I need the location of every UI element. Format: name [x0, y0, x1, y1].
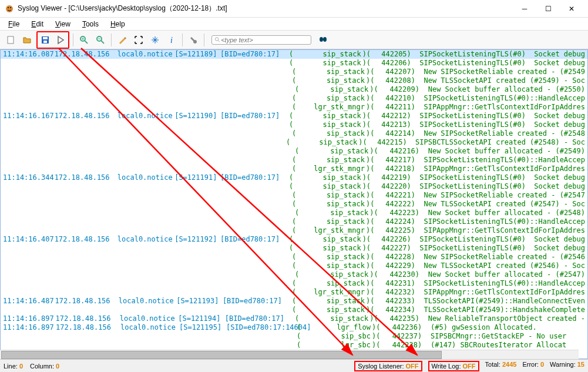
open-button[interactable]: [20, 33, 34, 47]
log-row[interactable]: (sip_stack)(442209)New Socket buffer all…: [1, 85, 587, 94]
log-ip: [55, 209, 119, 217]
log-facility: [117, 59, 174, 68]
log-module: sip_stack: [299, 50, 362, 59]
log-facility: [119, 76, 176, 85]
log-row[interactable]: 11:14:16.344172.18.48.156local0.notice[S…: [1, 173, 587, 182]
log-facility: [120, 341, 179, 350]
log-row[interactable]: (sip_stack)(442210)SIPSocketListeningTLS…: [1, 94, 587, 103]
window-title: Syslog Viewer - [C:\Users\jacky\Desktop\…: [18, 4, 513, 14]
log-row[interactable]: (sip_stack)(442207)New SIPSocketReliable…: [1, 68, 587, 76]
log-seq: [174, 182, 220, 191]
find-button[interactable]: [316, 33, 330, 47]
log-paren: (: [292, 253, 303, 262]
log-module: sip_stack: [303, 217, 366, 226]
log-row[interactable]: (lgr_stk_mngr)(442232)SIPAppMngr::GetTls…: [1, 288, 587, 297]
statusbar-total: Total: 2445: [485, 361, 517, 371]
log-paren: )(: [366, 103, 377, 112]
log-row[interactable]: (sip_stack)(442223)New Socket buffer all…: [1, 209, 587, 217]
toolbar: i: [0, 31, 588, 49]
log-paren: ): [411, 226, 419, 235]
log-bid: [218, 138, 286, 147]
log-row[interactable]: 11:14:16.897172.18.48.156local0.notice[S…: [1, 314, 587, 323]
log-facility: [119, 288, 176, 297]
log-row[interactable]: (lgr_stk_mngr)(442218)SIPAppMngr::GetTls…: [1, 165, 587, 173]
info-button[interactable]: i: [164, 33, 179, 47]
menu-edit[interactable]: Edit: [26, 19, 48, 29]
log-message: SIPSocketListeningTLS(#0) Socket debug: [415, 50, 585, 59]
log-row[interactable]: ( sip_sbc)(442237)SIPSBCMngr::GetStackEP…: [1, 332, 587, 341]
log-row[interactable]: 11:14:16.087172.18.48.156local0.notice[S…: [1, 50, 587, 59]
log-row[interactable]: (sip_stack)(442220)SIPSocketListeningTLS…: [1, 182, 587, 191]
log-row[interactable]: 11:14:16.407172.18.48.156local0.notice[S…: [1, 235, 587, 244]
log-row[interactable]: (sip_stack)(442213)SIPSocketListeningTLS…: [1, 120, 587, 129]
settings-button[interactable]: [186, 33, 200, 47]
fullscreen-button[interactable]: [132, 33, 146, 47]
log-seq: [176, 165, 223, 173]
log-row[interactable]: (sip_stack)(442216)New Socket buffer all…: [1, 147, 587, 156]
log-ip: [55, 191, 119, 200]
log-paren: ): [411, 156, 419, 165]
log-paren: )(: [369, 314, 380, 323]
log-row[interactable]: (sip_stack)(442208)New TLSSocketAPI crea…: [1, 76, 587, 85]
scrollbar-thumb[interactable]: [1, 351, 442, 359]
log-row[interactable]: (sip_stack)(442217)SIPSocketListeningTLS…: [1, 156, 587, 165]
log-facility: [119, 217, 176, 226]
menu-file[interactable]: File: [4, 19, 24, 29]
scrollbar-horizontal[interactable]: [0, 350, 579, 359]
menubar: File Edit View Tools Help: [0, 18, 588, 31]
menu-view[interactable]: View: [51, 19, 75, 29]
log-message: SIPSocketListeningTLS(#0) Socket debug: [415, 235, 585, 244]
log-area[interactable]: 11:14:16.087172.18.48.156local0.notice[S…: [0, 49, 588, 359]
log-row[interactable]: (sip_stack)(442215)SIPSBCTLSSocketAPI cr…: [1, 138, 587, 147]
log-bid: [BID=ed780:17]: [220, 112, 289, 120]
new-button[interactable]: [4, 33, 18, 47]
log-paren: (: [289, 244, 300, 253]
log-row[interactable]: (sip_stack)(442234)TLSSocketAPI(#2549)::…: [1, 306, 587, 314]
play-button[interactable]: [53, 33, 68, 47]
log-time: [3, 306, 55, 314]
log-row[interactable]: (sip_stack)(442230)New Socket buffer all…: [1, 270, 587, 279]
freeze-button[interactable]: [148, 33, 162, 47]
search-input[interactable]: [221, 36, 308, 43]
menu-tools[interactable]: Tools: [78, 19, 103, 29]
log-module: sip_sbc: [307, 332, 372, 341]
zoom-in-button[interactable]: [77, 33, 91, 47]
maximize-button[interactable]: ☐: [536, 1, 560, 17]
log-row[interactable]: 11:14:16.167172.18.48.156local0.notice[S…: [1, 112, 587, 120]
minimize-button[interactable]: ─: [513, 1, 536, 17]
log-paren: (: [286, 138, 296, 147]
save-button[interactable]: [38, 33, 52, 47]
log-row[interactable]: (lgr_stk_mngr)(442211)SIPAppMngr::GetTls…: [1, 103, 587, 112]
log-ip: 172.18.48.156: [55, 173, 117, 182]
log-module: sip_stack: [303, 191, 366, 200]
log-bid: [220, 182, 289, 191]
log-row[interactable]: (sip_stack)(442224)SIPSocketListeningTLS…: [1, 217, 587, 226]
log-linenum: 442238: [382, 341, 418, 350]
log-module: sip_stack: [303, 76, 366, 85]
close-button[interactable]: ✕: [560, 1, 583, 17]
log-row[interactable]: 11:14:16.897172.18.48.156local0.notice[S…: [1, 323, 587, 332]
log-paren: (: [295, 209, 305, 217]
log-seq: [178, 85, 225, 94]
log-paren: ): [407, 120, 415, 129]
log-row[interactable]: (sip_stack)(442206)SIPSocketListeningTLS…: [1, 59, 587, 68]
log-linenum: 442214: [377, 129, 411, 138]
highlight-button[interactable]: [115, 33, 129, 47]
log-row[interactable]: (sip_stack)(442221)New SIPSocketReliable…: [1, 191, 587, 200]
log-row[interactable]: (sip_stack)(442231)SIPSocketListeningTLS…: [1, 279, 587, 288]
log-row[interactable]: 11:14:16.487172.18.48.156local0.notice[S…: [1, 297, 587, 306]
log-row[interactable]: (sip_stack)(442228)New SIPSocketReliable…: [1, 253, 587, 262]
log-row[interactable]: (sip_stack)(442229)New TLSSocketAPI crea…: [1, 262, 587, 270]
log-row[interactable]: (sip_stack)(442222)New TLSSocketAPI crea…: [1, 200, 587, 209]
log-time: 11:14:16.407: [3, 235, 55, 244]
zoom-out-button[interactable]: [93, 33, 107, 47]
log-row[interactable]: (sip_stack)(442214)New SIPSocketReliable…: [1, 129, 587, 138]
log-row[interactable]: ( lgr_sbc)(442238)(#147) SBCRoutesIterat…: [1, 341, 587, 350]
log-message: TLSSocketAPI(#2549)::HandshakeComplete: [419, 306, 585, 314]
log-linenum: 442205: [372, 50, 406, 59]
log-row[interactable]: (lgr_stk_mngr)(442225)SIPAppMngr::GetTls…: [1, 226, 587, 235]
menu-help[interactable]: Help: [106, 19, 130, 29]
log-paren: ): [411, 253, 419, 262]
search-box[interactable]: [211, 35, 311, 45]
log-row[interactable]: (sip_stack)(442227)SIPSocketListeningTLS…: [1, 244, 587, 253]
